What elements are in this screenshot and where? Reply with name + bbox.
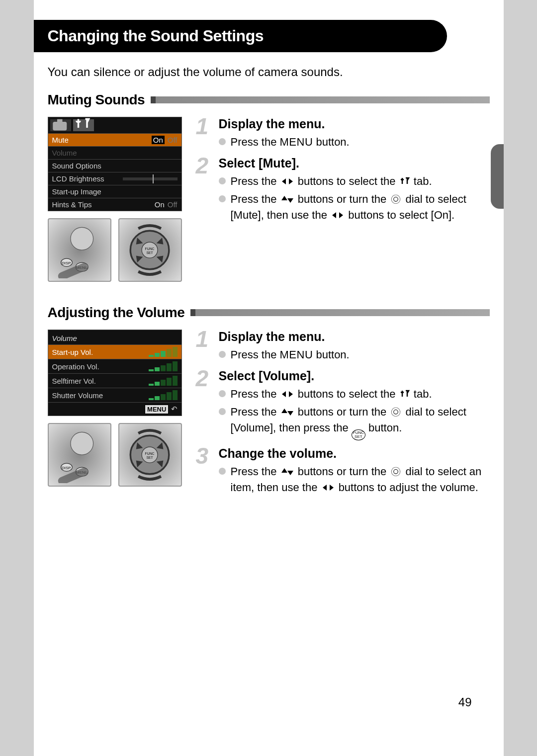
- left-right-icon: [321, 482, 336, 493]
- up-down-icon: [280, 194, 295, 205]
- up-down-icon: [280, 407, 295, 418]
- svg-marker-17: [281, 196, 287, 200]
- camera-tab-icon: [50, 119, 71, 131]
- adjusting-step-1: 1 Display the menu. Press the MENU butto…: [196, 330, 490, 363]
- left-right-icon: [280, 176, 295, 187]
- svg-rect-1: [57, 119, 63, 123]
- tools-tab-icon: [399, 176, 411, 187]
- svg-text:SET: SET: [147, 456, 154, 459]
- svg-marker-47: [330, 485, 334, 491]
- step-number: 1: [196, 328, 209, 350]
- lcd-row-operation-vol: Operation Vol.: [48, 359, 181, 373]
- adjusting-step-2: 2 Select [Volume]. Press the buttons to …: [196, 369, 490, 440]
- lcd-row-shutter-vol: Shutter Volume: [48, 388, 181, 402]
- step-title: Display the menu.: [219, 117, 490, 131]
- step-title: Display the menu.: [219, 330, 490, 344]
- svg-point-40: [392, 408, 400, 416]
- lcd-volume-title: Volume: [48, 332, 181, 344]
- dial-illustration: FUNC SET: [118, 218, 182, 282]
- adjusting-step-3: 3 Change the volume. Press the buttons o…: [196, 446, 490, 496]
- svg-point-2: [71, 227, 93, 250]
- svg-text:DISP.: DISP.: [62, 466, 72, 470]
- svg-marker-15: [282, 178, 286, 184]
- svg-point-20: [394, 197, 398, 202]
- svg-text:SET: SET: [147, 251, 154, 254]
- lcd-row-lcd-brightness: LCD Brightness: [48, 172, 181, 185]
- step-title: Select [Mute].: [219, 156, 490, 170]
- svg-marker-39: [287, 411, 293, 416]
- func-set-icon: FUNCSET: [352, 429, 365, 440]
- tools-tab-icon: [73, 119, 94, 131]
- tools-tab-icon: [399, 389, 411, 400]
- lcd-mute-menu: Mute OnOff Volume Sound Options LCD Brig…: [48, 117, 182, 211]
- dial-icon: [389, 407, 402, 418]
- up-down-icon: [280, 466, 295, 477]
- svg-marker-22: [339, 212, 343, 218]
- svg-text:DISP.: DISP.: [62, 261, 72, 265]
- chapter-side-tab: [491, 144, 504, 209]
- svg-point-45: [394, 470, 398, 474]
- step-bullet: Press the MENU button.: [219, 347, 490, 363]
- page-title: Changing the Sound Settings: [34, 20, 448, 52]
- lcd-volume-menu: Volume Start-up Vol. Operation Vol. Self…: [48, 330, 182, 416]
- step-title: Select [Volume].: [219, 369, 490, 383]
- svg-marker-38: [281, 409, 287, 413]
- svg-marker-21: [332, 212, 336, 218]
- muting-step-1: 1 Display the menu. Press the MENU butto…: [196, 117, 490, 150]
- lcd-row-hints: Hints & Tips OnOff: [48, 198, 181, 211]
- step-bullet: Press the buttons to select the tab.: [219, 386, 490, 402]
- svg-marker-18: [287, 198, 293, 203]
- svg-text:FUNC: FUNC: [145, 247, 155, 251]
- step-number: 3: [196, 444, 209, 467]
- svg-marker-42: [281, 468, 287, 473]
- page-number: 49: [458, 695, 472, 709]
- svg-marker-16: [289, 178, 293, 184]
- left-right-icon: [280, 389, 295, 400]
- svg-rect-0: [53, 122, 67, 131]
- svg-marker-43: [287, 471, 293, 475]
- svg-point-44: [392, 467, 400, 476]
- section-rule: [190, 309, 489, 316]
- lcd-row-startup-vol: Start-up Vol.: [48, 344, 181, 359]
- intro-text: You can silence or adjust the volume of …: [34, 65, 504, 79]
- dial-illustration: FUNC SET: [118, 423, 182, 487]
- menu-button-illustration: DISP. MENU: [48, 423, 111, 487]
- svg-point-23: [71, 432, 93, 455]
- svg-marker-46: [323, 485, 327, 491]
- lcd-row-volume: Volume: [48, 146, 181, 159]
- lcd-menu-footer: MENU ↶: [48, 402, 181, 416]
- lcd-row-sound-options: Sound Options: [48, 159, 181, 172]
- svg-point-41: [394, 410, 398, 415]
- lcd-row-startup-image: Start-up Image: [48, 185, 181, 198]
- step-number: 2: [196, 154, 209, 177]
- step-bullet: Press the MENU button.: [219, 134, 490, 150]
- step-title: Change the volume.: [219, 446, 490, 461]
- section-rule: [151, 96, 489, 103]
- adjusting-heading: Adjusting the Volume: [48, 305, 185, 321]
- step-bullet: Press the buttons or turn the dial to se…: [219, 464, 490, 496]
- lcd-row-mute: Mute OnOff: [48, 133, 181, 146]
- step-bullet: Press the buttons to select the tab.: [219, 173, 490, 189]
- menu-button-illustration: DISP. MENU: [48, 218, 111, 282]
- lcd-row-selftimer-vol: Selftimer Vol.: [48, 373, 181, 388]
- svg-marker-36: [282, 391, 286, 397]
- left-right-icon: [330, 210, 345, 221]
- step-bullet: Press the buttons or turn the dial to se…: [219, 404, 490, 440]
- step-number: 1: [196, 115, 209, 138]
- svg-text:FUNC: FUNC: [145, 452, 155, 455]
- dial-icon: [389, 194, 402, 205]
- step-number: 2: [196, 367, 209, 390]
- svg-marker-37: [289, 391, 293, 397]
- muting-heading: Muting Sounds: [48, 92, 145, 108]
- muting-step-2: 2 Select [Mute]. Press the buttons to se…: [196, 156, 490, 223]
- svg-point-19: [392, 195, 400, 203]
- dial-icon: [389, 466, 402, 477]
- step-bullet: Press the buttons or turn the dial to se…: [219, 191, 490, 223]
